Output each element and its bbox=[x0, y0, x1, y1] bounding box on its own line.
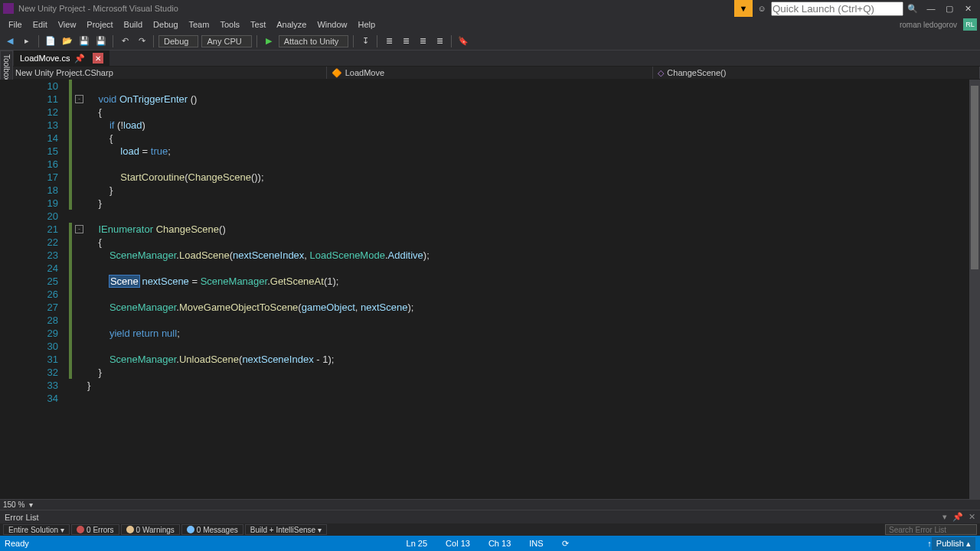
menu-edit[interactable]: Edit bbox=[28, 18, 53, 31]
warnings-chip[interactable]: 0 Warnings bbox=[121, 524, 180, 535]
bookmark-button[interactable]: 🔖 bbox=[456, 34, 470, 48]
config-combo[interactable]: Debug bbox=[158, 35, 198, 47]
open-file-button[interactable]: 📂 bbox=[60, 34, 74, 48]
status-col: Col 13 bbox=[446, 539, 470, 548]
statusbar: Ready Ln 25 Col 13 Ch 13 INS ⟳ ↑ Publish… bbox=[0, 536, 980, 551]
menu-team[interactable]: Team bbox=[184, 18, 215, 31]
change-indicator bbox=[69, 80, 72, 499]
nav-class[interactable]: 🔶LoadMove bbox=[327, 67, 654, 79]
menu-help[interactable]: Help bbox=[353, 18, 381, 31]
quick-launch-input[interactable] bbox=[771, 2, 903, 16]
vs-logo-icon bbox=[3, 3, 14, 14]
search-icon[interactable]: 🔍 bbox=[903, 0, 922, 17]
comment-button[interactable]: ≣ bbox=[416, 34, 430, 48]
code-content[interactable]: void OnTriggerEnter () { if (!load) { lo… bbox=[87, 80, 430, 405]
tab-loadmove[interactable]: LoadMove.cs 📌 ✕ bbox=[14, 50, 109, 66]
attach-combo[interactable]: Attach to Unity bbox=[279, 35, 349, 47]
filter-combo[interactable]: Build + IntelliSense ▾ bbox=[245, 524, 327, 535]
status-ch: Ch 13 bbox=[488, 539, 511, 548]
document-tabs: LoadMove.cs 📌 ✕ bbox=[0, 51, 980, 66]
menu-window[interactable]: Window bbox=[312, 18, 352, 31]
code-nav-bar: ▣New Unity Project.CSharp 🔶LoadMove ◇Cha… bbox=[0, 66, 980, 80]
minimize-button[interactable]: — bbox=[922, 0, 940, 17]
menu-test[interactable]: Test bbox=[245, 18, 271, 31]
error-search-input[interactable] bbox=[885, 524, 977, 535]
tab-label: LoadMove.cs bbox=[20, 54, 70, 63]
fold-button[interactable]: - bbox=[75, 95, 83, 103]
indent-button[interactable]: ≣ bbox=[382, 34, 396, 48]
nav-project[interactable]: ▣New Unity Project.CSharp bbox=[0, 67, 327, 79]
publish-button[interactable]: Publish ▴ bbox=[932, 537, 975, 550]
close-button[interactable]: ✕ bbox=[959, 0, 977, 17]
menu-build[interactable]: Build bbox=[119, 18, 148, 31]
user-name[interactable]: roman ledogorov bbox=[900, 21, 957, 29]
tab-close-icon[interactable]: ✕ bbox=[93, 53, 103, 64]
step-button[interactable]: ↧ bbox=[358, 34, 372, 48]
code-editor[interactable]: 1011121314151617181920212223242526272829… bbox=[0, 80, 980, 499]
status-ins[interactable]: INS bbox=[529, 539, 543, 548]
save-all-button[interactable]: 💾 bbox=[94, 34, 108, 48]
errlist-close-icon[interactable]: ✕ bbox=[969, 512, 975, 521]
new-file-button[interactable]: 📄 bbox=[44, 34, 57, 48]
uncomment-button[interactable]: ≣ bbox=[433, 34, 446, 48]
zoom-level[interactable]: 150 % bbox=[3, 500, 24, 509]
error-list-title: Error List bbox=[5, 513, 39, 522]
error-list-header: Error List ▾ 📌 ✕ bbox=[0, 510, 980, 523]
errors-chip[interactable]: 0 Errors bbox=[71, 524, 119, 535]
notification-flag-icon[interactable]: ▼ bbox=[734, 0, 753, 17]
errlist-pin-icon[interactable]: 📌 bbox=[952, 512, 963, 521]
messages-chip[interactable]: 0 Messages bbox=[181, 524, 243, 535]
user-avatar[interactable]: RL bbox=[963, 18, 977, 31]
save-button[interactable]: 💾 bbox=[77, 34, 91, 48]
error-list-toolbar: Entire Solution ▾ 0 Errors 0 Warnings 0 … bbox=[0, 523, 980, 536]
nav-member[interactable]: ◇ChangeScene() bbox=[653, 67, 980, 79]
vertical-scrollbar[interactable] bbox=[969, 80, 980, 499]
window-title: New Unity Project - Microsoft Visual Stu… bbox=[18, 4, 178, 13]
toolbar: ◀ ▸ 📄 📂 💾 💾 ↶ ↷ Debug Any CPU ▶ Attach t… bbox=[0, 32, 980, 51]
status-line: Ln 25 bbox=[407, 539, 428, 548]
menu-view[interactable]: View bbox=[53, 18, 82, 31]
zoom-dropdown-icon[interactable]: ▾ bbox=[29, 500, 33, 509]
redo-button[interactable]: ↷ bbox=[135, 34, 149, 48]
status-ready: Ready bbox=[5, 539, 29, 548]
fold-button[interactable]: - bbox=[75, 225, 83, 233]
zoom-bar: 150 % ▾ bbox=[0, 499, 980, 510]
forward-button[interactable]: ▸ bbox=[20, 34, 34, 48]
menu-debug[interactable]: Debug bbox=[148, 18, 183, 31]
tab-pin-icon[interactable]: 📌 bbox=[74, 54, 85, 64]
menu-project[interactable]: Project bbox=[81, 18, 118, 31]
undo-button[interactable]: ↶ bbox=[118, 34, 132, 48]
back-button[interactable]: ◀ bbox=[3, 34, 17, 48]
menu-tools[interactable]: Tools bbox=[214, 18, 245, 31]
scope-combo[interactable]: Entire Solution ▾ bbox=[3, 524, 70, 535]
menu-file[interactable]: File bbox=[3, 18, 28, 31]
play-icon[interactable]: ▶ bbox=[262, 34, 276, 48]
scrollbar-thumb[interactable] bbox=[971, 86, 978, 269]
line-number-gutter: 1011121314151617181920212223242526272829… bbox=[0, 80, 63, 405]
menu-analyze[interactable]: Analyze bbox=[271, 18, 312, 31]
errlist-dropdown-icon[interactable]: ▾ bbox=[942, 512, 947, 521]
outdent-button[interactable]: ≣ bbox=[399, 34, 413, 48]
titlebar: New Unity Project - Microsoft Visual Stu… bbox=[0, 0, 980, 17]
menubar: File Edit View Project Build Debug Team … bbox=[0, 17, 980, 32]
maximize-button[interactable]: ▢ bbox=[940, 0, 959, 17]
platform-combo[interactable]: Any CPU bbox=[201, 35, 251, 47]
status-sync-icon[interactable]: ⟳ bbox=[562, 539, 569, 549]
feedback-icon[interactable]: ☺ bbox=[753, 0, 771, 17]
